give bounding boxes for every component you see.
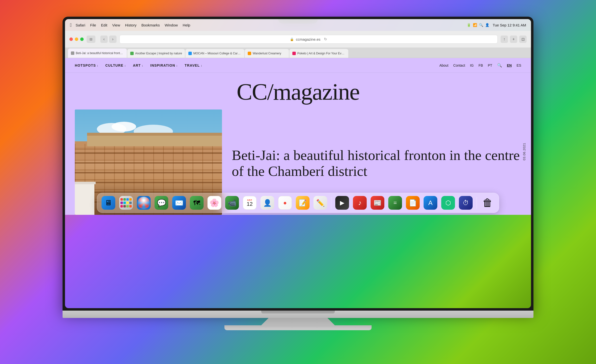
reload-button[interactable]: ↻ [324,37,327,41]
nav-lang-en[interactable]: EN [507,63,512,67]
nav-about[interactable]: About [439,63,448,67]
nav-inspiration[interactable]: INSPIRATION ↓ [150,63,178,67]
screen-bezel:  Safari File Edit View History Bookmark… [63,17,533,311]
dock-item-screentime[interactable]: ⏱ [458,195,474,211]
art-arrow: ↓ [142,64,143,67]
dock-item-appletv[interactable]: ▶ [334,195,350,211]
nav-search-icon[interactable]: 🔍 [497,63,502,68]
tab-0[interactable]: Beti-Jai: a beautiful historical fronton… [68,49,127,58]
dock-item-launchpad[interactable] [118,195,134,211]
address-bar[interactable]: 🔒 ccmagazine.es ↻ [119,35,498,44]
svg-rect-9 [75,170,222,170]
maximize-button[interactable] [80,37,84,41]
dock-item-finder[interactable]: 🖥 [101,195,116,211]
macbook-foot [224,325,372,330]
tab-overview-button[interactable]: ⊡ [519,36,527,43]
menubar-help[interactable]: Help [183,23,190,27]
article-title: Beti-Jai: a beautiful historical fronton… [232,147,521,179]
tab-title-1: Another Escape | Inspired by nature [135,52,182,55]
minimize-button[interactable] [75,37,78,41]
dock-item-calendar[interactable]: SEP 12 [242,195,258,211]
safari-icon [137,196,151,210]
apple-menu[interactable]:  [70,22,72,28]
culture-arrow: ↓ [124,64,126,67]
menubar-window[interactable]: Window [165,23,178,27]
tab-title-2: MOCAN – Missouri College & Career Attain… [193,52,241,55]
svg-rect-30 [75,162,222,164]
tab-favicon-1 [130,52,134,55]
svg-rect-38 [87,133,222,136]
nav-travel[interactable]: TRAVEL ↓ [185,63,202,67]
safari-toolbar: ⊟ ‹ › 🔒 ccmagazine.es ↻ [65,31,531,48]
back-button[interactable]: ‹ [100,36,108,43]
screen-inner:  Safari File Edit View History Bookmark… [65,19,531,308]
svg-rect-7 [75,149,222,150]
menubar-edit[interactable]: Edit [101,23,107,27]
dock-item-photos[interactable]: 🌸 [207,195,222,211]
sidebar-toggle-button[interactable]: ⊟ [87,36,95,43]
dock-divider [331,197,331,209]
dock-item-numbers[interactable]: = [387,195,403,211]
tab-favicon-4 [292,52,296,55]
menubar-safari[interactable]: Safari [76,23,85,27]
share-button[interactable]: ↑ [501,36,508,43]
tab-1[interactable]: Another Escape | Inspired by nature [127,49,185,58]
site-title: CC/magazine [237,73,360,109]
dock-item-facetime[interactable]: 📹 [224,195,240,211]
nav-art[interactable]: ART ↓ [133,63,143,67]
dock-container: 🖥 [65,185,531,215]
battery-icon: 🔋 [467,23,471,27]
nav-contact[interactable]: Contact [453,63,465,67]
dock-item-maps[interactable]: 🗺 [189,195,205,211]
menubar-time: Tue Sep 12 9:41 AM [493,23,526,27]
dock-item-trash[interactable]: 🗑 [480,195,495,211]
dock-item-freeform[interactable]: ✏️ [312,195,328,211]
dock-item-news[interactable]: 📰 [370,195,385,211]
nav-buttons: ‹ › [100,36,117,43]
pages-icon: 📄 [406,196,420,210]
share-icon: ↑ [503,37,505,41]
dock-item-music[interactable]: ♪ [352,195,368,211]
hotspots-arrow: ↓ [97,64,99,67]
dock-divider-2 [477,197,477,209]
tab-title-0: Beti-Jai: a beautiful historical fronton… [76,51,124,55]
menubar-right: 🔋 📶 🔍 👤 Tue Sep 12 9:41 AM [467,23,526,27]
nav-culture[interactable]: CULTURE ↓ [105,63,126,67]
dock-item-appstore[interactable]: A [423,195,438,211]
menubar-view[interactable]: View [112,23,120,27]
calendar-icon: SEP 12 [243,196,257,210]
dock-item-pages[interactable]: 📄 [405,195,421,211]
dock-item-notes[interactable]: 📝 [295,195,311,211]
macbook-base [63,311,533,318]
dock-item-mail[interactable]: ✉️ [171,195,187,211]
svg-rect-31 [75,172,222,173]
user-icon[interactable]: 👤 [485,23,489,27]
messages-icon: 💬 [155,196,168,210]
dock-item-contacts[interactable]: 👤 [259,195,275,211]
dock-item-messages[interactable]: 💬 [154,195,169,211]
tab-title-4: Poketo | Art & Design For Your Every Day [297,52,345,55]
menubar-history[interactable]: History [125,23,137,27]
nav-hotspots[interactable]: HOTSPOTS ↓ [75,63,99,67]
dock-item-safari[interactable] [136,195,152,211]
forward-button[interactable]: › [109,36,117,43]
music-icon: ♪ [353,196,367,210]
dock-item-reminders[interactable]: ● [277,195,293,211]
nav-lang-es[interactable]: ES [517,63,521,67]
facetime-icon: 📹 [225,196,239,210]
back-icon: ‹ [103,37,104,41]
nav-fb[interactable]: FB [479,63,483,67]
nav-ig[interactable]: IG [470,63,474,67]
search-menubar-icon[interactable]: 🔍 [479,23,483,27]
tab-favicon-2 [188,52,192,55]
dock-item-chatgpt[interactable]: ⬡ [440,195,456,211]
tab-3[interactable]: Wanderlust Creamery [245,49,289,58]
svg-rect-37 [87,134,222,146]
close-button[interactable] [69,37,73,41]
menubar-bookmarks[interactable]: Bookmarks [141,23,160,27]
nav-pt[interactable]: PT [488,63,492,67]
menubar-file[interactable]: File [90,23,96,27]
new-tab-button[interactable]: + [510,36,517,43]
tab-4[interactable]: Poketo | Art & Design For Your Every Day [289,49,348,58]
tab-2[interactable]: MOCAN – Missouri College & Career Attain… [185,49,244,58]
